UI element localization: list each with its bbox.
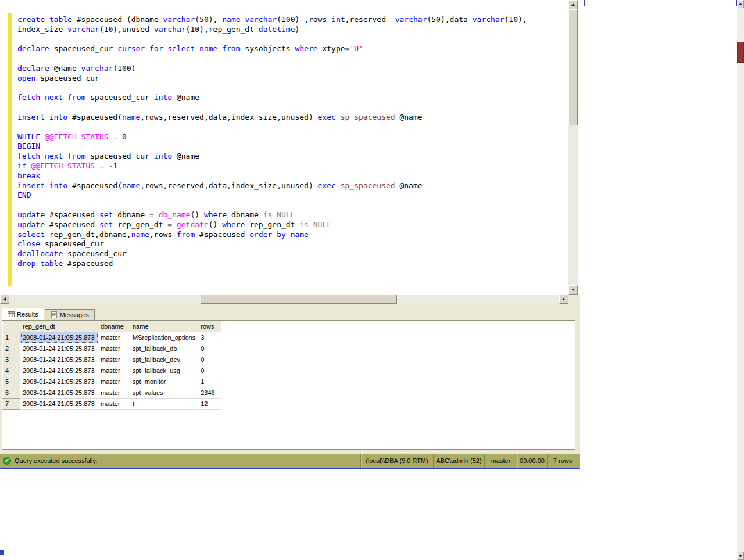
- column-header[interactable]: dbname: [98, 321, 130, 332]
- scroll-up-button[interactable]: [568, 0, 578, 9]
- editor-horizontal-scrollbar[interactable]: [0, 295, 568, 304]
- table-cell[interactable]: 2008-01-24 21:05:25.873: [20, 387, 98, 399]
- screenshot-root: create table #spaceused (dbname varchar(…: [0, 0, 744, 560]
- page-vertical-scrollbar[interactable]: [737, 0, 744, 560]
- scroll-right-button[interactable]: [559, 295, 568, 304]
- change-tracking-bar: [8, 13, 12, 286]
- page-scroll-down-button[interactable]: [737, 552, 744, 560]
- table-cell[interactable]: master: [98, 365, 130, 376]
- column-header[interactable]: name: [130, 321, 198, 332]
- table-cell[interactable]: 1: [198, 376, 221, 387]
- row-number[interactable]: 3: [3, 354, 20, 365]
- table-cell[interactable]: 2346: [198, 387, 221, 399]
- code-line: fetch next from spaceused_cur into @name: [17, 152, 554, 161]
- row-number[interactable]: 5: [3, 376, 20, 387]
- window-bottom-border: [0, 468, 580, 469]
- code-line: [17, 103, 554, 113]
- results-grid-icon: [8, 311, 15, 318]
- table-cell[interactable]: 2008-01-24 21:05:25.873: [20, 376, 98, 387]
- table-cell[interactable]: 2008-01-24 21:05:25.873: [20, 399, 98, 410]
- code-line: update #spaceused set dbname = db_name()…: [17, 210, 554, 220]
- code-line: fetch next from spaceused_cur into @name: [17, 93, 554, 103]
- code-line: index_size varchar(10),unused varchar(10…: [17, 25, 554, 35]
- table-row: 52008-01-24 21:05:25.873masterspt_monito…: [3, 376, 221, 387]
- code-line: declare @name varchar(100): [17, 64, 554, 74]
- results-grid-table: rep_gen_dtdbnamenamerows 12008-01-24 21:…: [2, 321, 221, 410]
- code-line: declare spaceused_cur cursor for select …: [17, 44, 554, 54]
- table-cell[interactable]: 0: [198, 365, 221, 376]
- code-line: close spaceused_cur: [17, 239, 554, 249]
- table-cell[interactable]: master: [98, 332, 130, 343]
- tab-results[interactable]: Results: [2, 308, 44, 320]
- row-number[interactable]: 4: [3, 365, 20, 376]
- code-line: open spaceused_cur: [17, 74, 554, 84]
- table-cell[interactable]: t: [130, 399, 198, 410]
- column-header[interactable]: rep_gen_dt: [20, 321, 98, 332]
- table-cell[interactable]: spt_fallback_dev: [130, 354, 198, 365]
- scroll-down-button[interactable]: [568, 285, 578, 295]
- vertical-scroll-thumb[interactable]: [568, 9, 578, 125]
- page-scroll-thumb[interactable]: [737, 42, 744, 63]
- code-line: BEGIN: [17, 142, 554, 152]
- code-line: [17, 200, 554, 210]
- artifact-blue-line-left: [584, 0, 585, 6]
- sql-editor[interactable]: create table #spaceused (dbname varchar(…: [0, 0, 580, 295]
- arrow-down-icon: [571, 289, 575, 291]
- table-cell[interactable]: spt_monitor: [130, 376, 198, 387]
- horizontal-scroll-thumb[interactable]: [201, 295, 397, 304]
- table-cell[interactable]: 2008-01-24 21:05:25.873: [20, 354, 98, 365]
- row-header-corner[interactable]: [3, 321, 20, 332]
- code-line: deallocate spaceused_cur: [17, 249, 554, 259]
- code-line: insert into #spaceused(name,rows,reserve…: [17, 181, 554, 191]
- tab-messages[interactable]: Messages: [45, 309, 95, 320]
- row-number[interactable]: 2: [3, 343, 20, 354]
- table-cell[interactable]: spt_values: [130, 387, 198, 399]
- tab-messages-label: Messages: [60, 311, 89, 318]
- table-row: 72008-01-24 21:05:25.873mastert12: [3, 399, 221, 410]
- editor-vertical-scrollbar[interactable]: [568, 0, 578, 295]
- table-cell[interactable]: 0: [198, 343, 221, 354]
- table-cell[interactable]: MSreplication_options: [130, 332, 198, 343]
- arrow-right-icon: [563, 297, 565, 301]
- scroll-left-button[interactable]: [0, 295, 9, 304]
- results-grid[interactable]: rep_gen_dtdbnamenamerows 12008-01-24 21:…: [2, 320, 575, 450]
- table-cell[interactable]: 2008-01-24 21:05:25.873: [20, 343, 98, 354]
- row-number[interactable]: 6: [3, 387, 20, 399]
- row-number[interactable]: 7: [3, 399, 20, 410]
- page-scroll-up-button[interactable]: [737, 0, 744, 8]
- arrow-up-icon: [571, 3, 575, 6]
- table-cell[interactable]: 3: [198, 332, 221, 343]
- table-cell[interactable]: 12: [198, 399, 221, 410]
- tab-results-label: Results: [17, 311, 38, 318]
- row-number[interactable]: 1: [3, 332, 20, 343]
- table-cell[interactable]: spt_fallback_usg: [130, 365, 198, 376]
- status-rowcount: 7 rows: [547, 454, 578, 468]
- table-cell[interactable]: master: [98, 376, 130, 387]
- results-tab-strip: Results Messages: [2, 308, 95, 320]
- status-bar: ✓ Query executed successfully. (local)\D…: [0, 454, 580, 468]
- code-lines: create table #spaceused (dbname varchar(…: [17, 15, 554, 269]
- arrow-down-icon: [739, 555, 742, 557]
- results-pane: Results Messages rep_gen_dtdbnamenamerow…: [0, 304, 580, 454]
- table-cell[interactable]: 2008-01-24 21:05:25.873: [20, 332, 98, 343]
- status-left: ✓ Query executed successfully.: [3, 454, 97, 468]
- table-cell[interactable]: spt_fallback_db: [130, 343, 198, 354]
- table-cell[interactable]: master: [98, 354, 130, 365]
- column-header[interactable]: rows: [198, 321, 221, 332]
- status-message: Query executed successfully.: [15, 457, 97, 464]
- status-database: master: [484, 454, 517, 468]
- code-line: if @@FETCH_STATUS = -1: [17, 161, 554, 171]
- arrow-up-icon: [739, 3, 742, 5]
- code-line: [17, 54, 554, 64]
- status-cells: (local)\DBA (9.0 RTM) ABC\admin (52) mas…: [360, 454, 578, 468]
- table-cell[interactable]: 2008-01-24 21:05:25.873: [20, 365, 98, 376]
- success-check-icon: ✓: [3, 457, 11, 465]
- table-cell[interactable]: 0: [198, 354, 221, 365]
- code-line: [17, 123, 554, 132]
- grid-body: 12008-01-24 21:05:25.873masterMSreplicat…: [3, 332, 221, 410]
- table-cell[interactable]: master: [98, 343, 130, 354]
- table-cell[interactable]: master: [98, 387, 130, 399]
- code-line: update #spaceused set rep_gen_dt = getda…: [17, 220, 554, 230]
- table-cell[interactable]: master: [98, 399, 130, 410]
- table-row: 22008-01-24 21:05:25.873masterspt_fallba…: [3, 343, 221, 354]
